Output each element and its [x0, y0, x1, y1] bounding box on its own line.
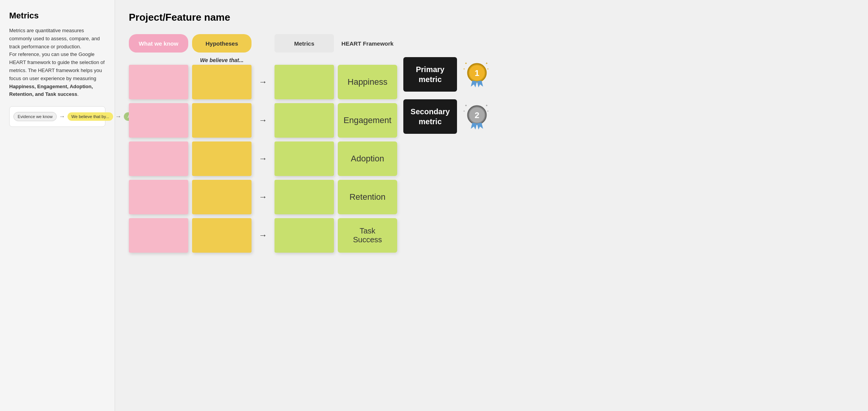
- right-extras: Primary metric ✦ ✦ ✦ ✦ 1: [403, 34, 492, 134]
- sticky-pink-1: [129, 65, 188, 99]
- heart-engagement: Engagement: [338, 103, 397, 138]
- table-row: → Engagement: [129, 103, 397, 138]
- main-columns: What we know Hypotheses Metrics HEART Fr…: [129, 34, 397, 253]
- metrics-header: Metrics: [275, 34, 334, 53]
- secondary-metric-label: Secondary metric: [403, 107, 457, 127]
- heart-happiness: Happiness: [338, 65, 397, 99]
- svg-text:✦: ✦: [463, 68, 465, 70]
- col-metrics-header: Metrics: [275, 34, 334, 53]
- legend-arrow-1: →: [59, 113, 65, 120]
- primary-metric-label: Primary metric: [403, 64, 457, 84]
- arrow-1: →: [255, 77, 271, 87]
- svg-text:✦: ✦: [465, 104, 467, 107]
- arrow-5: →: [255, 230, 271, 240]
- heart-framework-header: HEART Framework: [338, 34, 397, 53]
- sticky-green-1: [275, 65, 334, 99]
- bold-heart: Happiness, Engagement, Adoption, Retenti…: [9, 84, 93, 97]
- sticky-green-4: [275, 180, 334, 214]
- sticky-yellow-2: [192, 103, 252, 138]
- arrow-3: →: [255, 154, 271, 164]
- svg-text:✦: ✦: [487, 68, 489, 70]
- svg-text:1: 1: [475, 68, 479, 78]
- page-title: Project/Feature name: [129, 12, 854, 23]
- heart-task-success: TaskSuccess: [338, 218, 397, 253]
- svg-text:2: 2: [475, 110, 479, 120]
- sticky-green-3: [275, 141, 334, 176]
- secondary-metric-block: Secondary metric: [403, 99, 457, 134]
- description-text: Metrics are quantitative measures common…: [9, 28, 105, 81]
- right-panel: Project/Feature name What we know Hypoth…: [115, 0, 868, 411]
- table-row: → Adoption: [129, 141, 397, 176]
- legend-flow: Evidence we know → We believe that by...…: [9, 106, 105, 127]
- sticky-green-2: [275, 103, 334, 138]
- svg-text:✦: ✦: [463, 110, 465, 112]
- sticky-pink-2: [129, 103, 188, 138]
- sticky-yellow-5: [192, 218, 252, 253]
- sticky-green-5: [275, 218, 334, 253]
- svg-text:✦: ✦: [465, 62, 467, 65]
- arrow-4: →: [255, 192, 271, 202]
- arrow-2: →: [255, 115, 271, 125]
- legend-believe: We believe that by...: [67, 112, 113, 121]
- sticky-yellow-4: [192, 180, 252, 214]
- framework-table-area: What we know Hypotheses Metrics HEART Fr…: [129, 34, 854, 253]
- left-panel-title: Metrics: [9, 11, 105, 21]
- what-we-know-header: What we know: [129, 34, 188, 53]
- badge-2: ✦ ✦ ✦ ✦ 2: [462, 101, 492, 132]
- svg-text:✦: ✦: [487, 110, 489, 112]
- table-row: → Happiness: [129, 65, 397, 99]
- data-rows: → Happiness →: [129, 65, 397, 253]
- believe-label-row: We believe that...: [129, 57, 397, 63]
- left-panel-description: Metrics are quantitative measures common…: [9, 27, 105, 99]
- table-row: → TaskSuccess: [129, 218, 397, 253]
- primary-metric-block: Primary metric: [403, 57, 457, 92]
- table-row: → Retention: [129, 180, 397, 214]
- secondary-metric-group: Secondary metric ✦ ✦ ✦ ✦ 2: [403, 99, 492, 134]
- sticky-pink-5: [129, 218, 188, 253]
- sticky-pink-3: [129, 141, 188, 176]
- svg-text:✦: ✦: [485, 62, 488, 65]
- left-panel: Metrics Metrics are quantitative measure…: [0, 0, 115, 411]
- col-hyp-header: Hypotheses: [192, 34, 252, 53]
- primary-metric-group: Primary metric ✦ ✦ ✦ ✦ 1: [403, 57, 492, 92]
- sticky-yellow-1: [192, 65, 252, 99]
- sticky-pink-4: [129, 180, 188, 214]
- heart-retention: Retention: [338, 180, 397, 214]
- sticky-yellow-3: [192, 141, 252, 176]
- header-row: What we know Hypotheses Metrics HEART Fr…: [129, 34, 397, 53]
- legend-evidence: Evidence we know: [13, 112, 57, 121]
- believe-label: We believe that...: [192, 57, 252, 63]
- col-what-header: What we know: [129, 34, 188, 53]
- hypotheses-header: Hypotheses: [192, 34, 252, 53]
- col-heart-header: HEART Framework: [338, 34, 397, 53]
- badge-1: ✦ ✦ ✦ ✦ 1: [462, 59, 492, 90]
- heart-adoption: Adoption: [338, 141, 397, 176]
- svg-text:✦: ✦: [485, 104, 488, 107]
